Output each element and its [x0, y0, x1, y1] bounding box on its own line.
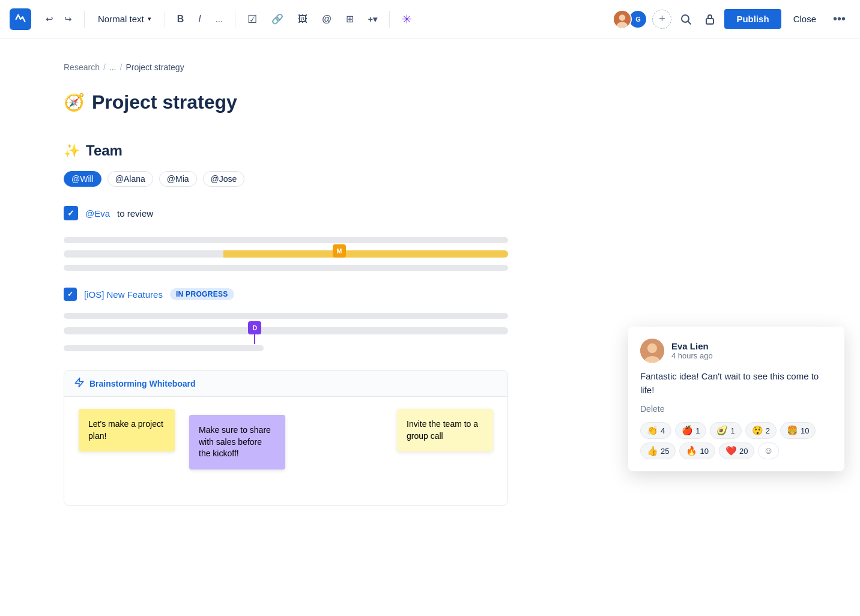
comment-author: Eva Lien [671, 341, 713, 351]
lock-button[interactable] [700, 10, 719, 29]
whiteboard-title: Brainstorming Whiteboard [89, 379, 196, 388]
divider-3 [235, 11, 235, 28]
delete-comment-button[interactable]: Delete [640, 404, 832, 414]
redo-button[interactable]: ↪ [59, 10, 77, 28]
timeline-bar-1 [64, 237, 508, 243]
main-layout: Research / ... / Project strategy 🧭 Proj… [16, 38, 844, 542]
comment-header: Eva Lien 4 hours ago [640, 339, 832, 363]
reaction-fire[interactable]: 🔥 10 [679, 442, 715, 459]
mention-mia[interactable]: @Mia [159, 171, 197, 187]
sticky-note-3-text: Invite the team to a group call [407, 419, 478, 441]
sparkle-icon: ✨ [64, 143, 80, 159]
task-mention[interactable]: @Eva [85, 208, 110, 219]
feature-link[interactable]: [iOS] New Features [84, 289, 163, 300]
sticky-note-1-text: Let's make a project plan! [88, 419, 163, 441]
add-collaborator-button[interactable]: + [652, 10, 671, 29]
clap-icon: 👏 [647, 425, 658, 436]
avocado-icon: 🥑 [716, 425, 728, 436]
sticky-note-3: Invite the team to a group call [397, 409, 493, 451]
heart-icon: ❤️ [725, 445, 737, 456]
feature-row: [iOS] New Features IN PROGRESS [64, 288, 508, 301]
chevron-down-icon: ▾ [148, 15, 151, 23]
task-text: to review [117, 208, 153, 219]
undo-button[interactable]: ↩ [41, 10, 58, 28]
burger-count: 10 [801, 426, 809, 435]
task-checkbox[interactable] [64, 206, 78, 220]
divider-2 [165, 11, 165, 28]
mention-alana[interactable]: @Alana [108, 171, 153, 187]
timeline-section-2: D [64, 313, 508, 351]
thumbsup-icon: 👍 [647, 445, 658, 456]
sticky-note-2-text: Make sure to share with sales before the… [199, 425, 271, 458]
marker-d-line [254, 334, 255, 344]
svg-rect-5 [706, 19, 713, 24]
team-section-heading: ✨ Team [64, 142, 508, 159]
fire-count: 10 [700, 447, 708, 456]
reactions-row: 👏 4 🍎 1 🥑 1 😲 2 🍔 10 👍 25 [640, 422, 832, 459]
comment-avatar-image [640, 339, 664, 363]
search-button[interactable] [676, 10, 695, 29]
link-toolbar-button[interactable]: 🔗 [267, 10, 288, 28]
reaction-apple[interactable]: 🍎 1 [675, 422, 706, 439]
divider-4 [389, 11, 390, 28]
reaction-avocado[interactable]: 🥑 1 [710, 422, 741, 439]
app-logo[interactable] [10, 8, 31, 30]
italic-button[interactable]: I [193, 10, 205, 28]
timeline-bar2-2: D [64, 327, 508, 334]
toolbar-right: G + Publish Close ••• [613, 9, 850, 29]
breadcrumb-ellipsis[interactable]: ... [109, 62, 117, 72]
reaction-heart[interactable]: ❤️ 20 [719, 442, 754, 459]
task-row: @Eva to review [64, 206, 508, 220]
team-heading-text: Team [86, 142, 123, 159]
sticky-note-2: Make sure to share with sales before the… [189, 415, 285, 470]
page-title-icon: 🧭 [64, 92, 85, 112]
feature-checkbox[interactable] [64, 288, 77, 301]
breadcrumb-sep-2: / [120, 62, 122, 72]
collaborator-avatars: G [613, 10, 647, 29]
insert-toolbar-button[interactable]: +▾ [363, 11, 382, 28]
fire-icon: 🔥 [686, 445, 697, 456]
text-style-label: Normal text [98, 14, 144, 24]
timeline-bar-3 [64, 265, 508, 271]
comment-meta: Eva Lien 4 hours ago [671, 341, 713, 360]
surprised-count: 2 [766, 426, 770, 435]
text-style-dropdown[interactable]: Normal text ▾ [92, 10, 157, 28]
timeline-bar-2: M [64, 250, 508, 258]
svg-point-1 [619, 14, 626, 21]
heart-count: 20 [739, 447, 748, 456]
ai-toolbar-button[interactable]: ✳ [397, 8, 417, 30]
toolbar: ↩ ↪ Normal text ▾ B I ... ☑ 🔗 🖼 @ ⊞ +▾ ✳… [0, 0, 860, 38]
add-reaction-button[interactable]: ☺ [758, 442, 778, 459]
breadcrumb-sep-1: / [103, 62, 106, 72]
breadcrumb-research[interactable]: Research [64, 62, 100, 72]
svg-point-7 [647, 343, 657, 353]
mention-will[interactable]: @Will [64, 171, 101, 187]
close-button[interactable]: Close [786, 9, 823, 29]
reaction-burger[interactable]: 🍔 10 [780, 422, 816, 439]
reaction-clap[interactable]: 👏 4 [640, 422, 671, 439]
avatar-user1 [613, 10, 632, 29]
whiteboard-icon [74, 377, 85, 390]
clap-count: 4 [661, 426, 665, 435]
mention-toolbar-button[interactable]: @ [317, 10, 336, 28]
sticky-note-1: Let's make a project plan! [79, 409, 175, 451]
timeline-section-1: M [64, 237, 508, 271]
reaction-thumbsup[interactable]: 👍 25 [640, 442, 676, 459]
more-format-button[interactable]: ... [211, 10, 228, 28]
timeline-bar2-1 [64, 313, 508, 319]
more-options-button[interactable]: ••• [828, 10, 850, 28]
surprised-icon: 😲 [752, 425, 763, 436]
checkbox-toolbar-button[interactable]: ☑ [243, 9, 262, 29]
whiteboard-header[interactable]: Brainstorming Whiteboard [64, 371, 507, 397]
breadcrumb: Research / ... / Project strategy [64, 62, 508, 72]
page-title-area: 🧭 Project strategy [64, 91, 508, 113]
apple-icon: 🍎 [682, 425, 693, 436]
avocado-count: 1 [730, 426, 734, 435]
bold-button[interactable]: B [172, 10, 189, 28]
table-toolbar-button[interactable]: ⊞ [341, 10, 359, 28]
image-toolbar-button[interactable]: 🖼 [293, 10, 312, 28]
publish-button[interactable]: Publish [724, 9, 781, 29]
mention-jose[interactable]: @Jose [203, 171, 245, 187]
reaction-surprised[interactable]: 😲 2 [745, 422, 777, 439]
comment-time: 4 hours ago [671, 351, 713, 360]
